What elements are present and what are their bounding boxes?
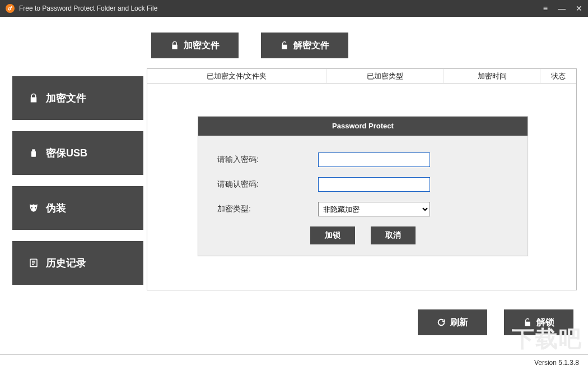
svg-rect-2 <box>31 151 36 157</box>
sidebar-item-usb[interactable]: 密保USB <box>12 131 143 175</box>
table-header-type[interactable]: 已加密类型 <box>326 69 444 83</box>
password-label: 请输入密码: <box>217 155 301 165</box>
refresh-button[interactable]: 刷新 <box>418 309 487 335</box>
table-header-row: 已加密文件/文件夹 已加密类型 加密时间 状态 <box>147 69 576 84</box>
sidebar-item-label: 加密文件 <box>46 91 86 105</box>
password-input[interactable] <box>318 152 430 167</box>
table-header-file[interactable]: 已加密文件/文件夹 <box>147 69 326 83</box>
encrypt-type-label: 加密类型: <box>217 204 301 214</box>
sidebar-item-label: 伪装 <box>46 201 66 215</box>
decrypt-file-button[interactable]: 解密文件 <box>261 33 348 58</box>
encrypt-file-label: 加密文件 <box>184 40 220 52</box>
confirm-password-label: 请确认密码: <box>217 179 301 189</box>
close-button[interactable]: ✕ <box>576 4 582 13</box>
sidebar-item-label: 历史记录 <box>46 256 86 270</box>
mask-icon <box>28 202 39 214</box>
app-icon <box>6 4 15 13</box>
password-dialog: Password Protect 请输入密码: 请确认密码: 加密类型: 非隐藏… <box>198 116 528 256</box>
svg-rect-1 <box>32 149 35 151</box>
minimize-button[interactable]: — <box>558 4 566 13</box>
decrypt-file-label: 解密文件 <box>293 40 329 52</box>
cancel-button-label: 取消 <box>385 230 401 240</box>
sidebar-item-history[interactable]: 历史记录 <box>12 241 143 285</box>
table-header-status[interactable]: 状态 <box>540 69 576 83</box>
footer: Version 5.1.3.8 <box>0 354 588 370</box>
confirm-password-input[interactable] <box>318 177 430 192</box>
unlock-button[interactable]: 解锁 <box>504 309 573 335</box>
dialog-title: Password Protect <box>198 117 528 136</box>
sidebar-item-encrypt[interactable]: 加密文件 <box>12 76 143 120</box>
menu-button[interactable]: ≡ <box>543 4 548 13</box>
top-action-bar: 加密文件 解密文件 <box>0 17 588 68</box>
lock-button[interactable]: 加锁 <box>310 226 355 244</box>
lock-button-label: 加锁 <box>325 230 340 240</box>
sidebar: 加密文件 密保USB 伪装 历史记录 <box>12 68 143 290</box>
table-header-time[interactable]: 加密时间 <box>444 69 540 83</box>
unlock-icon <box>280 41 289 50</box>
cancel-button[interactable]: 取消 <box>371 226 416 244</box>
lock-icon <box>28 92 39 104</box>
unlock-label: 解锁 <box>536 317 554 329</box>
titlebar: Free to Password Protect Folder and Lock… <box>0 0 588 17</box>
version-text: Version 5.1.3.8 <box>534 359 579 367</box>
bottom-action-bar: 刷新 解锁 <box>418 309 573 335</box>
svg-point-0 <box>8 8 11 10</box>
history-icon <box>28 257 39 269</box>
usb-icon <box>28 147 39 159</box>
refresh-icon <box>437 318 446 327</box>
refresh-label: 刷新 <box>450 317 468 329</box>
content-panel: 已加密文件/文件夹 已加密类型 加密时间 状态 Password Protect… <box>147 68 577 290</box>
sidebar-item-disguise[interactable]: 伪装 <box>12 186 143 230</box>
encrypt-type-select[interactable]: 非隐藏加密 <box>318 202 430 216</box>
encrypt-file-button[interactable]: 加密文件 <box>151 33 239 58</box>
unlock-icon <box>523 318 532 327</box>
lock-icon <box>170 41 179 50</box>
sidebar-item-label: 密保USB <box>46 146 87 160</box>
window-title: Free to Password Protect Folder and Lock… <box>19 4 543 12</box>
